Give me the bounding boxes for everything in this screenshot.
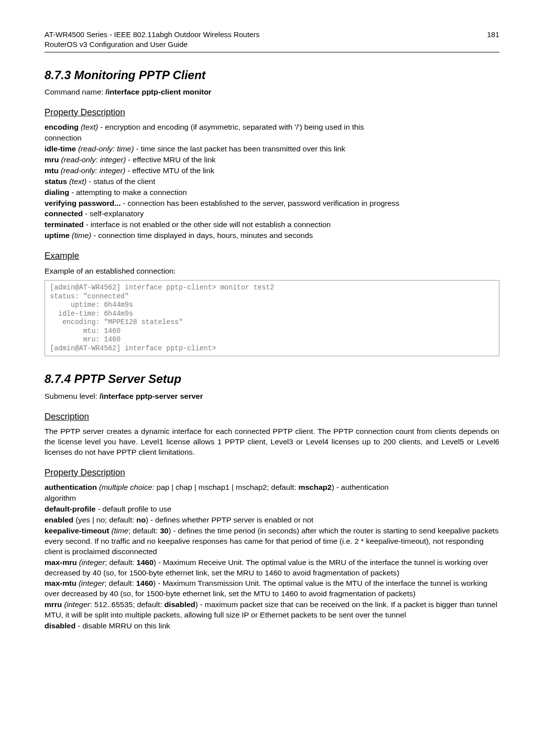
prop-dialing: dialing - attempting to make a connectio…	[44, 188, 499, 198]
header-rule	[44, 52, 499, 52]
header-title-2: RouterOS v3 Configuration and User Guide	[44, 40, 260, 49]
prop-idle-time: idle-time (read-only: time) - time since…	[44, 144, 499, 154]
page-number: 181	[487, 30, 499, 50]
prop-mrru: mrru (integer: 512..65535; default: disa…	[44, 600, 499, 620]
prop-authentication: authentication (multiple choice: pap | c…	[44, 482, 499, 493]
example-heading: Example	[44, 250, 499, 262]
prop-max-mtu: max-mtu (integer; default: 1460) - Maxim…	[44, 578, 499, 599]
prop-max-mru: max-mru (integer; default: 1460) - Maxim…	[44, 558, 499, 578]
prop-disabled: disabled - disable MRRU on this link	[44, 621, 499, 631]
section-873-title: 8.7.3 Monitoring PPTP Client	[44, 67, 499, 83]
prop-authentication-cont: algorithm	[44, 493, 499, 504]
prop-enabled: enabled (yes | no; default: no) - define…	[44, 515, 499, 525]
prop-connected: connected - self-explanatory	[44, 209, 499, 219]
header-title-1: AT-WR4500 Series - IEEE 802.11abgh Outdo…	[44, 30, 260, 40]
prop-keepalive-timeout: keepalive-timeout (time; default: 30) - …	[44, 526, 499, 557]
section-874-title: 8.7.4 PPTP Server Setup	[44, 371, 499, 387]
prop-mtu: mtu (read-only: integer) - effective MTU…	[44, 166, 499, 176]
prop-encoding: encoding (text) - encryption and encodin…	[44, 122, 499, 133]
prop-default-profile: default-profile - default profile to use	[44, 504, 499, 515]
submenu-level-line: Submenu level: /interface pptp-server se…	[44, 391, 499, 402]
prop-encoding-cont: connection	[44, 133, 499, 143]
description-heading: Description	[44, 411, 499, 423]
example-intro: Example of an established connection:	[44, 266, 499, 277]
property-description-heading: Property Description	[44, 106, 499, 118]
prop-terminated: terminated - interface is not enabled or…	[44, 220, 499, 230]
description-body: The PPTP server creates a dynamic interf…	[44, 426, 499, 458]
prop-mru: mru (read-only: integer) - effective MRU…	[44, 155, 499, 165]
command-name-line: Command name: /interface pptp-client mon…	[44, 87, 499, 97]
property-description-heading-2: Property Description	[44, 467, 499, 478]
prop-uptime: uptime (time) - connection time displaye…	[44, 231, 499, 241]
prop-status: status (text) - status of the client	[44, 177, 499, 187]
prop-verifying: verifying password... - connection has b…	[44, 198, 499, 209]
code-block: [admin@AT-WR4562] interface pptp-client>…	[44, 280, 499, 356]
page-header: AT-WR4500 Series - IEEE 802.11abgh Outdo…	[44, 30, 499, 50]
